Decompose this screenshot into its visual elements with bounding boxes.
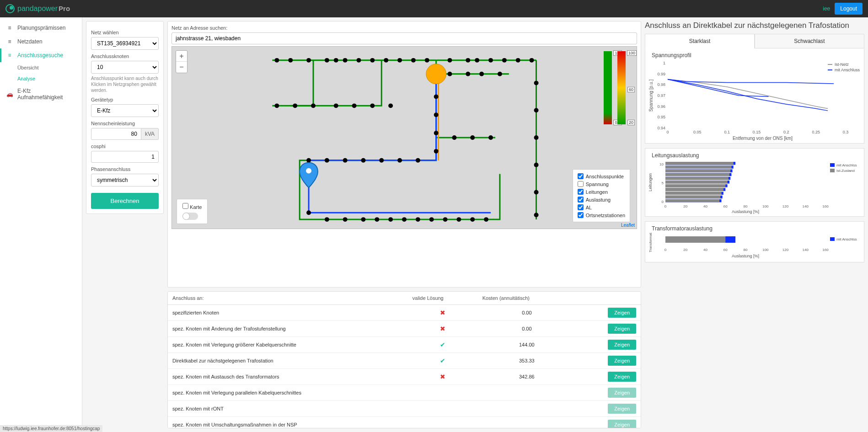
show-button[interactable]: Zeigen	[608, 340, 636, 350]
network-node[interactable]	[456, 217, 461, 222]
nav-sub-1[interactable]: Analyse	[0, 73, 82, 84]
network-node[interactable]	[343, 217, 348, 222]
knoten-select[interactable]: 10	[91, 61, 159, 74]
network-node[interactable]	[384, 58, 388, 63]
network-node[interactable]	[343, 58, 348, 63]
legend-check-1[interactable]	[578, 181, 584, 187]
network-node[interactable]	[479, 72, 484, 76]
network-node[interactable]	[488, 58, 493, 63]
show-button[interactable]: Zeigen	[608, 308, 636, 318]
network-node[interactable]	[484, 217, 488, 222]
show-button[interactable]: Zeigen	[608, 372, 636, 382]
network-node[interactable]	[361, 217, 365, 222]
network-node[interactable]	[306, 210, 311, 215]
network-node[interactable]	[325, 158, 329, 163]
network-node[interactable]	[379, 158, 384, 163]
zoom-out-button[interactable]: −	[176, 62, 187, 73]
network-node[interactable]	[534, 213, 539, 217]
network-node[interactable]	[488, 135, 493, 140]
network-node[interactable]	[448, 72, 452, 76]
zoom-in-button[interactable]: +	[176, 51, 187, 62]
network-node[interactable]	[470, 217, 475, 222]
leistung-input[interactable]	[91, 128, 141, 140]
network-node[interactable]	[443, 217, 448, 222]
network-node[interactable]	[534, 190, 539, 194]
tab-starklast[interactable]: Starklast	[645, 34, 755, 48]
network-node[interactable]	[334, 58, 338, 63]
network-node[interactable]	[375, 217, 379, 222]
legend-check-3[interactable]	[578, 197, 584, 203]
network-node[interactable]	[361, 158, 365, 163]
network-node[interactable]	[397, 158, 402, 163]
network-node[interactable]	[452, 135, 456, 140]
show-button[interactable]: Zeigen	[608, 356, 636, 366]
network-node[interactable]	[416, 217, 420, 222]
legend-check-5[interactable]	[578, 212, 584, 218]
network-node[interactable]	[352, 103, 357, 108]
map-search-input[interactable]	[171, 32, 637, 44]
geraet-select[interactable]: E-Kfz	[91, 104, 159, 117]
network-node[interactable]	[325, 58, 329, 63]
nav-item-2[interactable]: ≡Anschlussgesuche	[0, 48, 82, 62]
legend-check-2[interactable]	[578, 189, 584, 195]
network-node[interactable]	[434, 112, 439, 117]
network-node[interactable]	[425, 58, 429, 63]
network-node[interactable]	[370, 58, 375, 63]
network-node[interactable]	[534, 135, 539, 140]
calculate-button[interactable]: Berechnen	[91, 193, 159, 209]
network-node[interactable]	[475, 58, 479, 63]
transformer-node[interactable]	[426, 64, 446, 84]
legend-check-0[interactable]	[578, 173, 584, 179]
network-node[interactable]	[534, 81, 539, 85]
network-node[interactable]	[434, 94, 439, 99]
network-node[interactable]	[534, 163, 539, 167]
tab-schwachlast[interactable]: Schwachlast	[755, 34, 864, 48]
network-node[interactable]	[448, 58, 452, 63]
show-button[interactable]: Zeigen	[608, 388, 636, 398]
logout-button[interactable]: Logout	[835, 3, 863, 15]
nav-item-0[interactable]: ≡Planungsprämissen	[0, 21, 82, 35]
user-link[interactable]: iee	[823, 5, 830, 12]
network-node[interactable]	[274, 103, 279, 108]
network-node[interactable]	[311, 103, 316, 108]
map-canvas[interactable]: + −	[171, 46, 637, 229]
legend-check-4[interactable]	[578, 204, 584, 210]
map-toggle-checkbox[interactable]	[182, 203, 188, 209]
network-node[interactable]	[325, 217, 329, 222]
show-button[interactable]: Zeigen	[608, 420, 636, 428]
network-node[interactable]	[411, 58, 416, 63]
network-node[interactable]	[466, 72, 470, 76]
netz-select[interactable]: ST135_36934921	[91, 37, 159, 50]
network-node[interactable]	[357, 58, 361, 63]
nav-item-3[interactable]: 🚗E-Kfz Aufnahmefähigkeit	[0, 84, 82, 104]
network-node[interactable]	[429, 217, 434, 222]
network-node[interactable]	[466, 58, 470, 63]
network-node[interactable]	[388, 103, 393, 108]
network-node[interactable]	[516, 58, 520, 63]
network-node[interactable]	[306, 58, 311, 63]
network-node[interactable]	[416, 158, 420, 163]
show-button[interactable]: Zeigen	[608, 324, 636, 334]
network-node[interactable]	[534, 108, 539, 112]
network-node[interactable]	[388, 217, 393, 222]
network-node[interactable]	[397, 58, 402, 63]
network-node[interactable]	[434, 149, 439, 154]
network-node[interactable]	[306, 158, 311, 163]
network-node[interactable]	[402, 217, 407, 222]
network-node[interactable]	[434, 131, 439, 135]
network-node[interactable]	[370, 103, 375, 108]
network-node[interactable]	[502, 58, 507, 63]
nav-sub-0[interactable]: Übersicht	[0, 62, 82, 73]
network-node[interactable]	[498, 72, 502, 76]
nav-item-1[interactable]: ≡Netzdaten	[0, 35, 82, 48]
network-node[interactable]	[288, 58, 293, 63]
map-toggle-switch[interactable]	[182, 213, 198, 220]
network-node[interactable]	[470, 135, 475, 140]
phase-select[interactable]: symmetrisch	[91, 174, 159, 187]
network-node[interactable]	[293, 103, 297, 108]
network-node[interactable]	[274, 58, 279, 63]
network-node[interactable]	[334, 103, 338, 108]
cosphi-input[interactable]	[91, 151, 159, 163]
network-node[interactable]	[530, 58, 534, 63]
show-button[interactable]: Zeigen	[608, 404, 636, 414]
